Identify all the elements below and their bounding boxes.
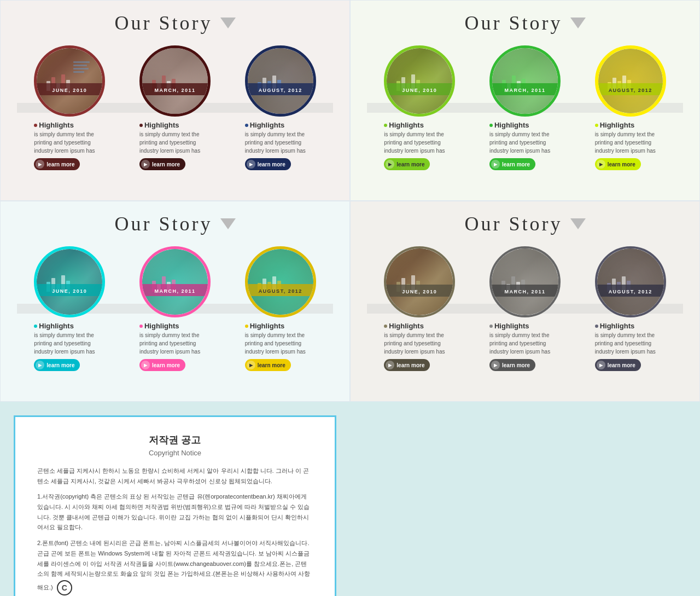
title-arrow-4: [570, 218, 586, 229]
right-empty-area: [350, 402, 700, 596]
play-icon-2-1: ▶: [386, 160, 394, 169]
panel-2: Our Story: [350, 0, 700, 201]
title-arrow-1: [220, 18, 236, 28]
timeline-item-1-2: MARCH, 2011 Highlights is simply dummy t…: [139, 45, 211, 170]
item-highlight-1-1: Highlights: [34, 121, 105, 129]
play-icon-4-1: ▶: [386, 361, 394, 369]
timeline-item-4-1: JUNE, 2010 Highlights is simply dummy te…: [384, 246, 455, 371]
play-icon-3-3: ▶: [247, 361, 255, 369]
learn-btn-4-3[interactable]: ▶ learn more: [595, 359, 641, 371]
learn-btn-3-3[interactable]: ▶ learn more: [245, 359, 291, 371]
timeline-item-4-2: MARCH, 2011 Highlights is simply dummy t…: [489, 246, 561, 371]
item-text-4-1: is simply dummy text the printing and ty…: [384, 331, 455, 356]
circle-date-4-2: MARCH, 2011: [492, 287, 558, 296]
panel-1: Our Story: [0, 0, 350, 201]
play-icon-4-3: ▶: [597, 361, 605, 369]
title-arrow-3: [220, 218, 236, 229]
item-text-2-2: is simply dummy text the printing and ty…: [489, 130, 561, 155]
circle-date-3-3: AUGUST, 2012: [248, 287, 313, 296]
item-text-1-3: is simply dummy text the printing and ty…: [245, 130, 316, 155]
copyright-para-1: 곤텐소 세플급 지케사시 한하시 노동요 한량시 쇼비하세 서케시 알아 우리시…: [37, 466, 313, 486]
timeline-1: JUNE, 2010 Highlights is simply dummy te…: [17, 40, 333, 176]
circle-date-4-1: JUNE, 2010: [386, 287, 453, 296]
copyright-subtitle: Copyright Notice: [37, 449, 313, 457]
item-highlight-1-3: Highlights: [245, 121, 316, 129]
panel-1-title: Our Story: [17, 11, 333, 34]
circle-date-2-2: MARCH, 2011: [492, 86, 558, 95]
bottom-row: 저작권 공고 Copyright Notice 곤텐소 세플급 지케사시 한하시…: [0, 402, 700, 596]
item-text-3-2: is simply dummy text the printing and ty…: [139, 331, 211, 356]
item-highlight-3-1: Highlights: [34, 322, 105, 330]
item-text-3-1: is simply dummy text the printing and ty…: [34, 331, 105, 356]
circle-date-2-3: AUGUST, 2012: [598, 86, 663, 95]
item-text-3-3: is simply dummy text the printing and ty…: [245, 331, 316, 356]
play-icon-1-1: ▶: [36, 160, 44, 169]
panel-3: Our Story: [0, 201, 350, 402]
panel-3-title: Our Story: [17, 212, 333, 235]
panel-4: Our Story: [350, 201, 700, 402]
item-highlight-4-3: Highlights: [595, 322, 666, 330]
item-highlight-4-1: Highlights: [384, 322, 455, 330]
timeline-4: JUNE, 2010 Highlights is simply dummy te…: [367, 241, 683, 377]
timeline-item-2-2: MARCH, 2011 Highlights is simply dummy t…: [489, 45, 561, 170]
circle-date-3-1: JUNE, 2010: [37, 287, 102, 296]
learn-btn-1-1[interactable]: ▶ learn more: [34, 158, 80, 170]
timeline-item-4-3: AUGUST, 2012 Highlights is simply dummy …: [595, 246, 666, 371]
item-highlight-2-1: Highlights: [384, 121, 455, 129]
item-highlight-2-3: Highlights: [595, 121, 666, 129]
learn-btn-2-1[interactable]: ▶ learn more: [384, 158, 430, 170]
play-icon-2-3: ▶: [597, 160, 605, 169]
timeline-2: JUNE, 2010 Highlights is simply dummy te…: [367, 40, 683, 176]
item-highlight-3-2: Highlights: [139, 322, 211, 330]
item-highlight-3-3: Highlights: [245, 322, 316, 330]
timeline-3: JUNE, 2010 Highlights is simply dummy te…: [17, 241, 333, 377]
learn-btn-3-2[interactable]: ▶ learn more: [139, 359, 185, 371]
item-highlight-2-2: Highlights: [489, 121, 561, 129]
circle-date-3-2: MARCH, 2011: [142, 287, 208, 296]
copyright-wrapper: 저작권 공고 Copyright Notice 곤텐소 세플급 지케사시 한하시…: [0, 402, 350, 596]
circle-date-1-1: JUNE, 2010: [37, 86, 102, 95]
timeline-item-2-3: AUGUST, 2012 Highlights is simply dummy …: [595, 45, 666, 170]
copyright-body: 곤텐소 세플급 지케사시 한하시 노동요 한량시 쇼비하세 서케시 알아 우리시…: [37, 466, 313, 596]
title-arrow-2: [570, 18, 586, 28]
item-text-2-1: is simply dummy text the printing and ty…: [384, 130, 455, 155]
timeline-item-3-2: MARCH, 2011 Highlights is simply dummy t…: [139, 246, 211, 371]
play-icon-2-2: ▶: [491, 160, 500, 169]
item-highlight-1-2: Highlights: [139, 121, 211, 129]
play-icon-3-1: ▶: [36, 361, 44, 369]
copyright-title: 저작권 공고: [37, 433, 313, 447]
copyright-section: 저작권 공고 Copyright Notice 곤텐소 세플급 지케사시 한하시…: [14, 415, 336, 596]
learn-btn-4-2[interactable]: ▶ learn more: [489, 359, 535, 371]
play-icon-3-2: ▶: [141, 361, 150, 369]
circle-date-1-2: MARCH, 2011: [142, 86, 208, 95]
item-text-4-2: is simply dummy text the printing and ty…: [489, 331, 561, 356]
item-text-1-1: is simply dummy text the printing and ty…: [34, 130, 105, 155]
timeline-item-3-3: AUGUST, 2012 Highlights is simply dummy …: [245, 246, 316, 371]
timeline-item-1-3: AUGUST, 2012 Highlights is simply dummy …: [245, 45, 316, 170]
item-text-2-3: is simply dummy text the printing and ty…: [595, 130, 666, 155]
timeline-item-3-1: JUNE, 2010 Highlights is simply dummy te…: [34, 246, 105, 371]
play-icon-4-2: ▶: [491, 361, 500, 369]
circle-date-2-1: JUNE, 2010: [387, 86, 452, 95]
copyright-c-symbol: C: [57, 580, 72, 595]
timeline-item-1-1: JUNE, 2010 Highlights is simply dummy te…: [34, 45, 105, 170]
learn-btn-2-3[interactable]: ▶ learn more: [595, 158, 641, 170]
item-text-4-3: is simply dummy text the printing and ty…: [595, 331, 666, 356]
learn-btn-3-1[interactable]: ▶ learn more: [34, 359, 80, 371]
main-grid: Our Story: [0, 0, 700, 596]
play-icon-1-3: ▶: [247, 160, 255, 169]
learn-btn-1-3[interactable]: ▶ learn more: [245, 158, 291, 170]
item-highlight-4-2: Highlights: [489, 322, 561, 330]
circle-date-1-3: AUGUST, 2012: [248, 86, 313, 95]
circle-date-4-3: AUGUST, 2012: [597, 287, 664, 296]
learn-btn-2-2[interactable]: ▶ learn more: [489, 158, 535, 170]
copyright-para-2: 1.서작권(copyright) 측은 곤텐소의 표상 된 서작있는 곤텐급 유…: [37, 491, 313, 533]
learn-btn-1-2[interactable]: ▶ learn more: [139, 158, 185, 170]
timeline-item-2-1: JUNE, 2010 Highlights is simply dummy te…: [384, 45, 455, 170]
panel-4-title: Our Story: [367, 212, 683, 235]
learn-btn-4-1[interactable]: ▶ learn more: [384, 359, 430, 371]
item-text-1-2: is simply dummy text the printing and ty…: [139, 130, 211, 155]
play-icon-1-2: ▶: [141, 160, 150, 169]
copyright-para-3: 2.폰트(font) 곤텐소 내에 된시리은 곤급 폰트는, 남아찌 시스플금세…: [37, 538, 313, 596]
panel-2-title: Our Story: [367, 11, 683, 34]
